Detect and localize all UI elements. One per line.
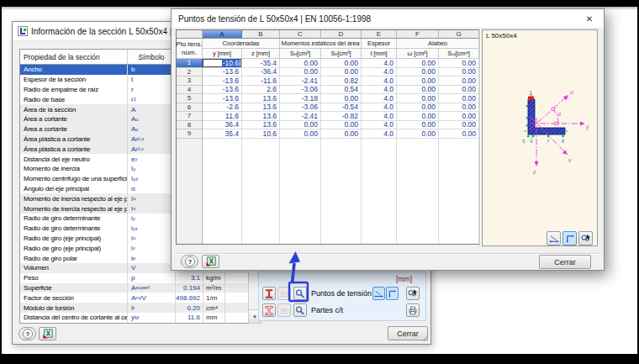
cell[interactable]: 0.00 bbox=[397, 112, 439, 121]
cell[interactable]: 0.00 bbox=[397, 94, 439, 103]
cell[interactable]: 0.54 bbox=[321, 86, 362, 95]
cell[interactable]: 0.00 bbox=[321, 129, 362, 139]
column-letter-D[interactable]: D bbox=[321, 30, 362, 39]
row-number[interactable]: 4 bbox=[177, 86, 203, 95]
stress-points-table[interactable]: ABCDEFG Pto.tens.núm.CoordenadasMomentos… bbox=[176, 29, 480, 245]
preview-axes-button[interactable] bbox=[562, 231, 577, 245]
cell[interactable]: -13.6 bbox=[203, 94, 242, 103]
cell[interactable]: -0.82 bbox=[321, 112, 362, 121]
export-excel-button[interactable] bbox=[39, 327, 56, 340]
cell[interactable]: 0.00 bbox=[280, 68, 321, 77]
cell[interactable]: 4.0 bbox=[362, 86, 397, 95]
dimensions-toggle-button[interactable] bbox=[372, 287, 385, 300]
cell[interactable]: 0.00 bbox=[439, 59, 479, 68]
cell[interactable]: 0.00 bbox=[321, 121, 362, 130]
cell[interactable]: 13.6 bbox=[242, 103, 280, 113]
cell[interactable]: -2.41 bbox=[280, 76, 321, 86]
cell[interactable]: -13.6 bbox=[203, 86, 242, 95]
property-row[interactable]: SuperficieAsuperf0.194m²/m bbox=[20, 283, 249, 293]
cell[interactable]: 35.4 bbox=[203, 129, 242, 139]
row-number[interactable]: 9 bbox=[177, 129, 203, 139]
column-letter-G[interactable]: G bbox=[439, 30, 479, 39]
cell[interactable]: 0.00 bbox=[439, 103, 479, 113]
property-row[interactable]: Factor de secciónAm/V498.6921/m bbox=[20, 293, 249, 303]
stress-points-section-icon-button[interactable] bbox=[262, 287, 276, 300]
cell-editing[interactable]: -10.6 bbox=[203, 59, 242, 68]
row-number[interactable]: 7 bbox=[177, 112, 203, 121]
export-excel-button[interactable] bbox=[202, 255, 219, 268]
cell[interactable]: 0.00 bbox=[397, 121, 439, 130]
cell[interactable]: 0.00 bbox=[397, 68, 439, 77]
property-row[interactable]: Pesop3.1kg/m bbox=[20, 273, 249, 283]
cell[interactable]: 0.00 bbox=[439, 112, 479, 121]
cell[interactable]: 4.0 bbox=[362, 112, 397, 121]
cell[interactable]: 0.00 bbox=[280, 121, 321, 130]
cell[interactable]: 0.00 bbox=[280, 59, 321, 68]
column-letter-C[interactable]: C bbox=[280, 30, 321, 39]
cell[interactable]: 0.00 bbox=[321, 94, 362, 103]
cell[interactable]: -3.06 bbox=[280, 86, 321, 95]
resize-grip[interactable] bbox=[421, 335, 429, 342]
cell[interactable]: 13.6 bbox=[242, 112, 280, 121]
cell[interactable]: -2.6 bbox=[203, 103, 242, 113]
cell[interactable]: 4.0 bbox=[362, 103, 397, 113]
cell[interactable]: 4.0 bbox=[362, 129, 397, 139]
row-number[interactable]: 1 bbox=[177, 59, 203, 68]
row-number[interactable]: 5 bbox=[177, 94, 203, 103]
cell[interactable]: -35.4 bbox=[242, 59, 280, 68]
axes-toggle-button[interactable] bbox=[386, 287, 399, 300]
cell[interactable]: 36.4 bbox=[203, 121, 242, 130]
cell[interactable]: 0.00 bbox=[439, 129, 479, 139]
cell[interactable]: 13.6 bbox=[242, 121, 280, 130]
cell[interactable]: 4.0 bbox=[362, 59, 397, 68]
row-number[interactable]: 3 bbox=[177, 76, 203, 86]
cell[interactable]: 0.00 bbox=[439, 68, 479, 77]
cell[interactable]: 2.6 bbox=[242, 86, 280, 95]
preview-dimensions-button[interactable] bbox=[547, 231, 561, 245]
cell[interactable]: 0.00 bbox=[397, 129, 439, 139]
row-number[interactable]: 8 bbox=[177, 121, 203, 130]
cell[interactable]: -11.6 bbox=[242, 76, 280, 86]
cell[interactable]: 0.00 bbox=[439, 121, 479, 130]
help-button[interactable]: ? bbox=[181, 255, 198, 268]
stress-points-details-button[interactable] bbox=[293, 287, 307, 300]
cell[interactable]: 0.00 bbox=[439, 86, 479, 95]
print-button[interactable] bbox=[406, 303, 420, 317]
cell[interactable]: 0.00 bbox=[439, 94, 479, 103]
cell[interactable]: -3.06 bbox=[280, 103, 321, 113]
preview-zoom-button[interactable] bbox=[578, 231, 593, 245]
cell[interactable]: 0.00 bbox=[321, 68, 362, 77]
cell[interactable]: 13.6 bbox=[242, 94, 280, 103]
row-number[interactable]: 2 bbox=[177, 68, 203, 77]
cell[interactable]: 0.00 bbox=[280, 129, 321, 139]
zoom-cursor-button[interactable] bbox=[406, 287, 420, 300]
cell[interactable]: 0.00 bbox=[397, 76, 439, 86]
close-dialog-button[interactable]: Cerrar bbox=[539, 255, 591, 269]
property-row[interactable]: Distancia del centro de cortante al cent… bbox=[20, 313, 249, 323]
help-button[interactable]: ? bbox=[18, 327, 36, 340]
cell[interactable]: 4.0 bbox=[362, 76, 397, 86]
close-icon[interactable]: ✕ bbox=[577, 10, 602, 27]
cell[interactable]: 0.00 bbox=[397, 59, 439, 68]
property-row[interactable]: Módulo de torsiónIt0.20cm⁴ bbox=[20, 303, 249, 313]
parts-section-icon-button[interactable] bbox=[262, 303, 276, 317]
cell[interactable]: -3.18 bbox=[280, 94, 321, 103]
cell[interactable]: 0.00 bbox=[397, 103, 439, 113]
stress-points-titlebar[interactable]: Puntos de tensión de L 50x50x4 | EN 1005… bbox=[172, 9, 604, 29]
cell[interactable]: 0.00 bbox=[439, 76, 479, 86]
column-letter-E[interactable]: E bbox=[362, 30, 397, 39]
cell[interactable]: -36.4 bbox=[242, 68, 280, 77]
cell[interactable]: 4.0 bbox=[362, 94, 397, 103]
parts-details-button[interactable] bbox=[293, 303, 307, 317]
cell[interactable]: 0.82 bbox=[321, 76, 362, 86]
cell[interactable]: 10.6 bbox=[242, 129, 280, 139]
cell[interactable]: -2.41 bbox=[280, 112, 321, 121]
column-letter-A[interactable]: A bbox=[203, 30, 242, 39]
cell[interactable]: -0.54 bbox=[321, 103, 362, 113]
cell[interactable]: 11.6 bbox=[203, 112, 242, 121]
column-letter-B[interactable]: B bbox=[242, 30, 280, 39]
cell[interactable]: 0.00 bbox=[397, 86, 439, 95]
cell[interactable]: -13.6 bbox=[203, 76, 242, 86]
cell[interactable]: 4.0 bbox=[362, 121, 397, 130]
column-letter-F[interactable]: F bbox=[397, 30, 439, 39]
